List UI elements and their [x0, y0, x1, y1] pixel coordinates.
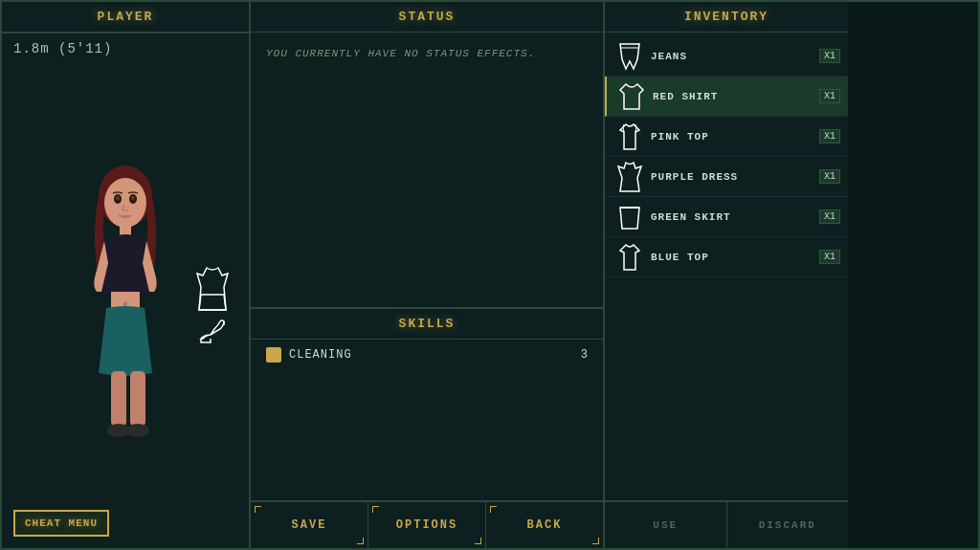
bottom-buttons: SAVE OPTIONS BACK: [251, 500, 603, 548]
status-message: YOU CURRENTLY HAVE NO STATUS EFFECTS.: [251, 33, 603, 75]
green-skirt-icon: [616, 204, 643, 231]
status-section: STATUS YOU CURRENTLY HAVE NO STATUS EFFE…: [251, 2, 603, 309]
jeans-icon-area: [612, 39, 647, 74]
red-shirt-icon-area: [614, 79, 649, 114]
purple-dress-icon: [616, 161, 643, 193]
skills-section: SKILLS CLEANING 3: [251, 309, 603, 500]
jeans-name: JEANS: [651, 51, 819, 62]
player-display: [2, 64, 249, 548]
game-container: PLAYER 1.8m (5'11): [0, 0, 980, 550]
green-skirt-icon-area: [612, 200, 647, 234]
inventory-footer: USE DISCARD: [605, 500, 848, 548]
svg-point-8: [123, 302, 127, 307]
pink-top-count: X1: [819, 129, 840, 143]
inventory-item-jeans[interactable]: JEANS X1: [605, 36, 848, 77]
purple-dress-name: PURPLE DRESS: [651, 171, 819, 183]
purple-dress-count: X1: [819, 169, 840, 184]
green-skirt-name: GREEN SKIRT: [651, 211, 819, 223]
back-button[interactable]: BACK: [486, 502, 603, 548]
inventory-item-pink-top[interactable]: PINK TOP X1: [605, 117, 848, 157]
pink-top-icon: [616, 122, 643, 151]
blue-top-icon-area: [612, 240, 647, 275]
skills-empty: [251, 370, 603, 500]
blue-top-icon: [616, 243, 643, 272]
character-figure: [68, 153, 183, 459]
use-button[interactable]: USE: [605, 502, 727, 548]
inventory-item-green-skirt[interactable]: GREEN SKIRT X1: [605, 197, 848, 237]
pink-top-name: PINK TOP: [651, 131, 819, 143]
svg-point-12: [126, 424, 149, 437]
svg-rect-10: [130, 371, 145, 427]
player-panel-title: PLAYER: [2, 2, 249, 33]
pink-top-icon-area: [612, 120, 647, 154]
skill-icon-cleaning: [266, 347, 281, 363]
middle-panel: STATUS YOU CURRENTLY HAVE NO STATUS EFFE…: [251, 2, 605, 548]
inventory-panel: INVENTORY JEANS X1: [605, 2, 848, 548]
cheat-menu-button[interactable]: CHEAT MENU: [13, 510, 109, 537]
save-button[interactable]: SAVE: [251, 502, 368, 548]
inventory-item-red-shirt[interactable]: RED SHIRT X1: [605, 77, 848, 117]
blue-top-count: X1: [819, 250, 840, 264]
options-button[interactable]: OPTIONS: [368, 502, 486, 548]
discard-button[interactable]: DISCARD: [727, 502, 849, 548]
svg-point-5: [131, 196, 135, 201]
skill-row-cleaning: CLEANING 3: [251, 340, 603, 370]
inventory-title: INVENTORY: [605, 2, 848, 33]
skills-title: SKILLS: [251, 309, 603, 340]
inventory-list: JEANS X1 RED SHIRT X1: [605, 33, 848, 500]
player-height: 1.8m (5'11): [2, 33, 249, 64]
outfit-icons: [195, 266, 230, 346]
red-shirt-name: RED SHIRT: [653, 91, 819, 102]
player-title-wrapper: PLAYER: [2, 2, 249, 33]
svg-rect-9: [111, 371, 126, 427]
purple-dress-icon-area: [612, 160, 647, 194]
svg-point-1: [104, 178, 146, 228]
inventory-item-purple-dress[interactable]: PURPLE DRESS X1: [605, 157, 848, 197]
player-panel: PLAYER 1.8m (5'11): [2, 2, 251, 548]
outfit-heels-icon: [197, 316, 228, 346]
green-skirt-count: X1: [819, 209, 840, 224]
blue-top-name: BLUE TOP: [651, 252, 819, 263]
jeans-count: X1: [819, 49, 840, 63]
skill-name-cleaning: CLEANING: [289, 348, 573, 362]
inventory-empty-space: [605, 277, 848, 354]
jeans-icon: [616, 42, 643, 71]
status-title: STATUS: [251, 2, 603, 33]
inventory-item-blue-top[interactable]: BLUE TOP X1: [605, 237, 848, 277]
svg-point-4: [116, 196, 120, 201]
outfit-dress-icon: [195, 266, 230, 312]
skill-value-cleaning: 3: [581, 348, 588, 362]
red-shirt-count: X1: [819, 89, 840, 103]
red-shirt-icon: [618, 82, 645, 111]
